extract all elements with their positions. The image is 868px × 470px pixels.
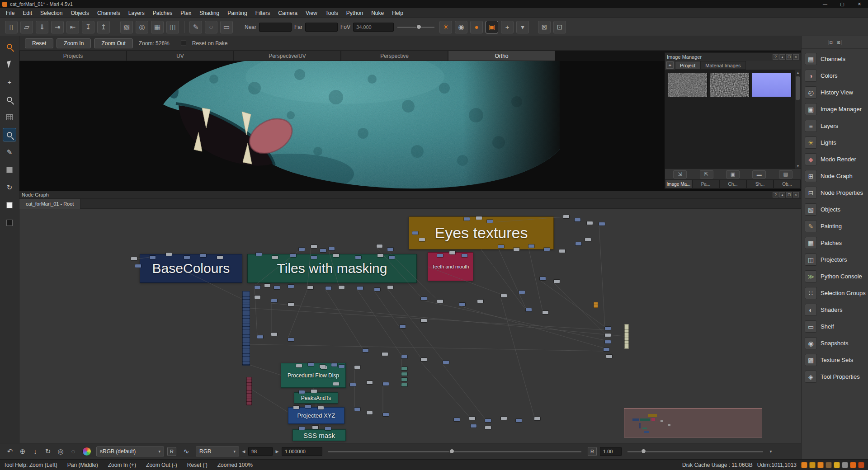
graph-node[interactable] <box>604 348 609 351</box>
graph-node[interactable] <box>357 287 363 290</box>
panel-tab-ob[interactable]: Ob... <box>774 179 801 188</box>
sidebar-item-python-console[interactable]: ≫Python Console <box>802 268 868 285</box>
graph-node[interactable] <box>354 408 360 411</box>
graph-node[interactable] <box>454 418 460 421</box>
gain-slider[interactable] <box>328 447 581 456</box>
menu-tools[interactable]: Tools <box>321 9 342 18</box>
smear-icon[interactable]: ◌ <box>205 21 217 33</box>
graph-node[interactable] <box>299 390 305 394</box>
graph-node[interactable] <box>166 253 172 256</box>
graph-node[interactable] <box>363 349 368 352</box>
graph-node[interactable] <box>217 256 223 259</box>
graph-node[interactable] <box>401 367 407 370</box>
falloff-icon[interactable]: ◌ <box>68 446 79 457</box>
graph-node[interactable] <box>401 383 407 386</box>
caret-down-icon[interactable]: ▾ <box>768 449 774 454</box>
channel-dropdown[interactable]: RGB ▾ <box>196 446 239 456</box>
graph-node[interactable] <box>350 383 356 386</box>
graph-node[interactable] <box>443 361 449 364</box>
sidebar-item-shaders[interactable]: ◐Shaders <box>802 301 868 318</box>
node-canvas[interactable]: Eyes texturesBaseColoursTiles with maski… <box>19 209 801 443</box>
graph-node[interactable] <box>257 335 263 338</box>
zoom-tool-icon[interactable] <box>3 128 16 141</box>
export-icon[interactable]: ⇤ <box>66 21 79 33</box>
minimize-button[interactable]: — <box>816 0 834 8</box>
graph-node[interactable] <box>528 244 534 248</box>
graph-node[interactable] <box>354 366 360 369</box>
close-icon[interactable]: × <box>793 192 799 197</box>
graph-node[interactable] <box>288 303 294 306</box>
dark-swatch[interactable] <box>3 216 16 230</box>
graph-node[interactable] <box>605 327 611 330</box>
graph-node[interactable] <box>355 256 361 259</box>
scrollbar-thumb[interactable] <box>796 76 800 100</box>
graph-node[interactable] <box>476 216 482 220</box>
graph-node[interactable] <box>540 277 546 280</box>
graph-node[interactable] <box>311 245 317 248</box>
maximize-button[interactable]: ▢ <box>834 0 851 8</box>
uv-view-icon[interactable]: ▦ <box>151 21 164 33</box>
node-group-peaksandts[interactable]: PeaksAndTs <box>294 392 338 404</box>
graph-node[interactable] <box>421 319 427 322</box>
orbit-icon[interactable]: ◎ <box>55 446 66 457</box>
sidebar-item-layers[interactable]: ≡Layers <box>802 118 868 134</box>
graph-node[interactable] <box>576 242 581 245</box>
graph-node[interactable] <box>271 299 277 302</box>
menu-filters[interactable]: Filters <box>251 9 274 18</box>
scroll-down-icon[interactable]: ▼ <box>797 164 800 169</box>
graph-node[interactable] <box>264 284 270 287</box>
tab-perspective-uv[interactable]: Perspective/UV <box>234 51 341 61</box>
scroll-up-icon[interactable]: ▲ <box>797 70 800 75</box>
multiplier-r-toggle[interactable]: R <box>588 447 597 456</box>
sidebar-item-node-graph[interactable]: ⊞Node Graph <box>802 168 868 184</box>
graph-node[interactable] <box>382 352 388 356</box>
graph-node[interactable] <box>563 215 569 218</box>
sidebar-item-image-manager[interactable]: ▣Image Manager <box>802 101 868 118</box>
menu-painting[interactable]: Painting <box>223 9 251 18</box>
graph-node[interactable] <box>487 220 493 223</box>
graph-node[interactable] <box>293 406 299 409</box>
sidebar-item-painting[interactable]: ✎Painting <box>802 218 868 235</box>
grid-tool-icon[interactable] <box>3 110 16 124</box>
sidebar-item-modo-render[interactable]: ◆Modo Render <box>802 151 868 168</box>
eraser-icon[interactable]: ▭ <box>220 21 233 33</box>
select-tool-icon[interactable] <box>3 57 16 71</box>
sidebar-item-patches[interactable]: ▦Patches <box>802 235 868 251</box>
menu-patches[interactable]: Patches <box>149 9 176 18</box>
sidebar-item-history-view[interactable]: ◴History View <box>802 84 868 101</box>
curves-icon[interactable]: ∿ <box>181 446 192 456</box>
sidebar-item-lights[interactable]: ☀Lights <box>802 134 868 151</box>
add-icon[interactable]: + <box>501 21 514 33</box>
menu-channels[interactable]: Channels <box>93 9 124 18</box>
panel-tab-pa[interactable]: Pa... <box>692 179 719 188</box>
menu-python[interactable]: Python <box>342 9 367 18</box>
panel-tab-image-ma[interactable]: Image Ma... <box>665 179 692 188</box>
graph-node[interactable] <box>559 249 565 253</box>
graph-node[interactable] <box>135 264 141 268</box>
tab-ortho[interactable]: Ortho <box>448 51 555 61</box>
graph-node[interactable] <box>325 427 331 430</box>
tab-uv[interactable]: UV <box>127 51 234 61</box>
graph-node[interactable] <box>305 405 311 408</box>
sidebar-item-channels[interactable]: ▤Channels <box>802 51 868 67</box>
image-thumbnail-noise-1[interactable] <box>668 73 708 97</box>
graph-node[interactable] <box>339 365 344 368</box>
gray-swatch[interactable] <box>3 163 16 177</box>
rotate-icon[interactable]: ↻ <box>42 446 53 457</box>
reset-on-bake-checkbox[interactable] <box>181 41 186 46</box>
symmetry-icon[interactable]: ◫ <box>166 21 179 33</box>
multiplier-slider-handle[interactable] <box>641 449 646 454</box>
sidebar-item-projectors[interactable]: ◫Projectors <box>802 251 868 268</box>
graph-node[interactable] <box>519 291 525 294</box>
image-info-icon[interactable]: ▤ <box>779 170 793 179</box>
menu-camera[interactable]: Camera <box>274 9 302 18</box>
image-thumbnail-noise-2[interactable] <box>710 73 750 97</box>
panel-tab-ch[interactable]: Ch... <box>719 179 746 188</box>
sidebar-item-shelf[interactable]: ▭Shelf <box>802 318 868 335</box>
float-icon[interactable]: ⊡ <box>786 54 792 60</box>
graph-node[interactable] <box>367 411 373 414</box>
graph-node[interactable] <box>605 340 611 343</box>
graph-node[interactable] <box>400 325 406 328</box>
image-manager-scrollbar[interactable]: ▲ ▼ <box>795 70 801 169</box>
graph-node[interactable] <box>318 406 324 409</box>
